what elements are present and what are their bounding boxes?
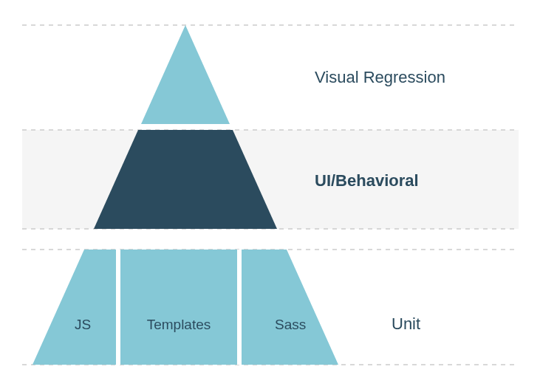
pyramid-tier-bottom <box>33 250 338 365</box>
pyramid-tier-top <box>141 25 230 124</box>
tier-label-middle: UI/Behavioral <box>315 171 419 190</box>
tier-label-top: Visual Regression <box>315 68 445 86</box>
tier-highlight-bg <box>22 130 519 229</box>
sub-label-templates: Templates <box>147 317 211 332</box>
sub-label-sass: Sass <box>275 317 306 332</box>
tier-label-bottom: Unit <box>392 314 420 333</box>
testing-pyramid-diagram: JS Templates Sass Visual Regression UI/B… <box>0 0 540 392</box>
sub-label-js: JS <box>75 317 91 332</box>
